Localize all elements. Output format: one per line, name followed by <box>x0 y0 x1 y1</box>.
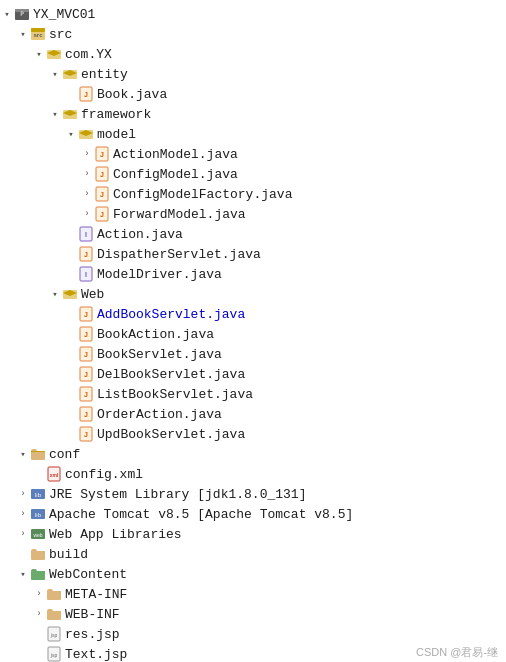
tree-chevron[interactable] <box>64 227 78 241</box>
tree-item-del-book-servlet[interactable]: JDelBookServlet.java <box>0 364 506 384</box>
tree-chevron[interactable] <box>32 647 46 661</box>
tree-item-label: model <box>97 127 136 142</box>
tree-chevron[interactable] <box>16 527 30 541</box>
tree-item-label: WEB-INF <box>65 607 120 622</box>
tree-chevron[interactable] <box>64 327 78 341</box>
package-icon <box>62 66 81 82</box>
tree-item-label: Web <box>81 287 104 302</box>
tree-chevron[interactable] <box>64 347 78 361</box>
tree-item-action-java[interactable]: IAction.java <box>0 224 506 244</box>
tree-chevron[interactable] <box>16 547 30 561</box>
tree-item-label: ConfigModel.java <box>113 167 238 182</box>
tree-item-web[interactable]: Web <box>0 284 506 304</box>
tree-chevron[interactable] <box>64 127 78 141</box>
tree-chevron[interactable] <box>64 387 78 401</box>
tree-item-webcontent[interactable]: WebContent <box>0 564 506 584</box>
svg-text:lib: lib <box>35 512 42 518</box>
tree-item-entity[interactable]: entity <box>0 64 506 84</box>
tree-chevron[interactable] <box>32 587 46 601</box>
tree-chevron[interactable] <box>48 287 62 301</box>
java-icon: J <box>78 406 97 422</box>
tree-item-model[interactable]: model <box>0 124 506 144</box>
tree-chevron[interactable] <box>80 147 94 161</box>
tree-item-action-model[interactable]: JActionModel.java <box>0 144 506 164</box>
tree-item-config-model-factory[interactable]: JConfigModelFactory.java <box>0 184 506 204</box>
jsp-icon: jsp <box>46 626 65 642</box>
folder-icon <box>30 546 49 562</box>
folder-web-icon <box>30 566 49 582</box>
tree-item-src[interactable]: srcsrc <box>0 24 506 44</box>
tree-chevron[interactable] <box>32 607 46 621</box>
tree-chevron[interactable] <box>48 67 62 81</box>
tree-item-build[interactable]: build <box>0 544 506 564</box>
tree-chevron[interactable] <box>16 507 30 521</box>
tree-chevron[interactable] <box>80 207 94 221</box>
tree-item-dispatch-servlet[interactable]: JDispatherServlet.java <box>0 244 506 264</box>
java-icon: J <box>78 306 97 322</box>
tree-item-meta-inf[interactable]: META-INF <box>0 584 506 604</box>
tree-item-order-action[interactable]: JOrderAction.java <box>0 404 506 424</box>
tree-item-yx-mvc01[interactable]: PYX_MVC01 <box>0 4 506 24</box>
tree-chevron[interactable] <box>32 467 46 481</box>
tree-chevron[interactable] <box>32 627 46 641</box>
tree-item-label: OrderAction.java <box>97 407 222 422</box>
tree-item-config-model[interactable]: JConfigModel.java <box>0 164 506 184</box>
tree-chevron[interactable] <box>80 187 94 201</box>
tree-chevron[interactable] <box>80 167 94 181</box>
tree-item-label: ListBookServlet.java <box>97 387 253 402</box>
tree-chevron[interactable] <box>64 247 78 261</box>
tree-item-list-book-servlet[interactable]: JListBookServlet.java <box>0 384 506 404</box>
tree-item-label: ModelDriver.java <box>97 267 222 282</box>
tree-chevron[interactable] <box>64 307 78 321</box>
tree-item-model-driver[interactable]: IModelDriver.java <box>0 264 506 284</box>
tree-chevron[interactable] <box>32 47 46 61</box>
tree-item-label: DispatherServlet.java <box>97 247 261 262</box>
tree-chevron[interactable] <box>64 427 78 441</box>
tree-item-forward-model[interactable]: JForwardModel.java <box>0 204 506 224</box>
tree-item-web-inf[interactable]: WEB-INF <box>0 604 506 624</box>
tree-item-framework[interactable]: framework <box>0 104 506 124</box>
tree-item-conf[interactable]: conf <box>0 444 506 464</box>
tree-item-label: Text.jsp <box>65 647 127 662</box>
tree-item-book-action[interactable]: JBookAction.java <box>0 324 506 344</box>
package-icon <box>46 46 65 62</box>
tree-item-tomcat-lib[interactable]: libApache Tomcat v8.5 [Apache Tomcat v8.… <box>0 504 506 524</box>
java-icon: J <box>94 186 113 202</box>
tree-item-res-jsp[interactable]: jspres.jsp <box>0 624 506 644</box>
java-icon: J <box>78 246 97 262</box>
tree-item-webapp-lib[interactable]: webWeb App Libraries <box>0 524 506 544</box>
tree-chevron[interactable] <box>0 7 14 21</box>
tree-chevron[interactable] <box>64 407 78 421</box>
tree-item-book-java[interactable]: JBook.java <box>0 84 506 104</box>
tree-chevron[interactable] <box>64 267 78 281</box>
java-icon: J <box>94 206 113 222</box>
tree-item-label: res.jsp <box>65 627 120 642</box>
tree-item-label: WebContent <box>49 567 127 582</box>
tree-item-jre-lib[interactable]: libJRE System Library [jdk1.8.0_131] <box>0 484 506 504</box>
tree-item-label: BookAction.java <box>97 327 214 342</box>
tree-chevron[interactable] <box>16 447 30 461</box>
java-interface-icon: I <box>78 226 97 242</box>
src-icon: src <box>30 26 49 42</box>
java-icon: J <box>78 86 97 102</box>
java-interface-icon: I <box>78 266 97 282</box>
tree-item-config-xml[interactable]: xmlconfig.xml <box>0 464 506 484</box>
tree-item-label: META-INF <box>65 587 127 602</box>
tree-item-upd-book-servlet[interactable]: JUpdBookServlet.java <box>0 424 506 444</box>
svg-text:J: J <box>84 91 88 98</box>
library-icon: lib <box>30 506 49 522</box>
tree-item-com-yx[interactable]: com.YX <box>0 44 506 64</box>
tree-chevron[interactable] <box>48 107 62 121</box>
tree-item-book-servlet[interactable]: JBookServlet.java <box>0 344 506 364</box>
tree-item-label: Action.java <box>97 227 183 242</box>
svg-text:I: I <box>85 271 87 278</box>
tree-chevron[interactable] <box>64 367 78 381</box>
tree-chevron[interactable] <box>64 87 78 101</box>
tree-chevron[interactable] <box>16 567 30 581</box>
tree-item-add-book-servlet[interactable]: JAddBookServlet.java <box>0 304 506 324</box>
tree-chevron[interactable] <box>16 27 30 41</box>
tree-chevron[interactable] <box>16 487 30 501</box>
jsp-icon: jsp <box>46 646 65 662</box>
watermark: CSDN @君易-继 <box>416 645 498 660</box>
java-icon: J <box>78 366 97 382</box>
